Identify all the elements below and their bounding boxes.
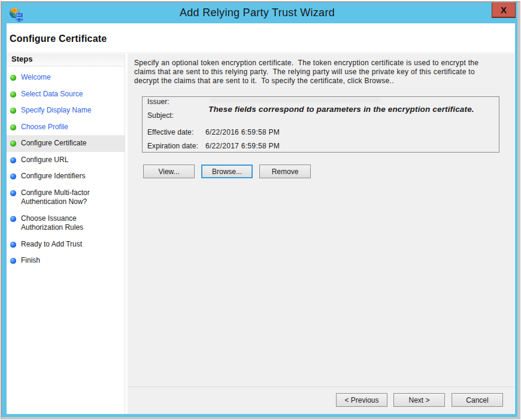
cert-field-expiration-date: Expiration date: 6/22/2017 6:59:58 PM <box>147 142 198 150</box>
wizard-window: Add Relying Party Trust Wizard X Configu… <box>1 1 520 419</box>
step-label: Ready to Add Trust <box>21 240 82 248</box>
remove-button[interactable]: Remove <box>259 165 311 178</box>
content-area: Specify an optional token encryption cer… <box>128 54 514 414</box>
next-button[interactable]: Next > <box>393 393 445 407</box>
step-item[interactable]: Configure URL <box>7 152 125 169</box>
previous-button[interactable]: < Previous <box>336 393 387 407</box>
step-bullet-icon <box>10 124 16 130</box>
titlebar[interactable]: Add Relying Party Trust Wizard X <box>2 2 517 23</box>
certificate-box: Issuer: Subject: Effective date: 6/22/20… <box>142 96 499 153</box>
step-item[interactable]: Select Data Source <box>7 86 125 103</box>
description: Specify an optional token encryption cer… <box>134 59 478 86</box>
close-button[interactable]: X <box>492 2 516 18</box>
step-label: Select Data Source <box>21 90 83 98</box>
page-header: Configure Certificate <box>7 23 515 53</box>
description-line: claims that are sent to this relying par… <box>134 68 478 77</box>
steps-title: Steps <box>7 54 125 66</box>
body-area: Steps Welcome Select Data Source Specify… <box>7 54 515 414</box>
description-line: Specify an optional token encryption cer… <box>134 59 478 68</box>
step-label: Configure Multi-factor Authentication No… <box>21 188 90 206</box>
step-item[interactable]: Finish <box>7 252 125 269</box>
description-line: decrypt the claims that are sent to it. … <box>134 77 478 86</box>
view-button[interactable]: View... <box>143 165 195 178</box>
step-item[interactable]: Configure Multi-factor Authentication No… <box>7 185 125 211</box>
cert-field-label: Expiration date: <box>147 142 198 150</box>
steps-list: Welcome Select Data Source Specify Displ… <box>7 69 125 269</box>
cert-field-label: Issuer: <box>147 98 169 106</box>
cancel-button[interactable]: Cancel <box>452 393 503 407</box>
step-bullet-icon <box>10 216 16 222</box>
step-label: Configure Certificate <box>21 139 86 147</box>
annotation-text: These fields correspond to parameters in… <box>208 105 505 114</box>
step-bullet-icon <box>10 258 16 264</box>
step-bullet-icon <box>10 141 16 147</box>
cert-field-subject: Subject: <box>147 111 174 120</box>
window-title: Add Relying Party Trust Wizard <box>2 7 513 19</box>
cert-field-label: Effective date: <box>147 128 193 136</box>
wizard-panel: Configure Certificate Steps Welcome Sele… <box>7 23 515 414</box>
step-item[interactable]: Specify Display Name <box>7 102 125 119</box>
step-bullet-icon <box>10 157 16 163</box>
step-bullet-icon <box>10 75 16 81</box>
step-bullet-icon <box>10 190 16 196</box>
step-item[interactable]: Choose Profile <box>7 119 125 136</box>
step-bullet-icon <box>10 174 16 179</box>
step-item[interactable]: Welcome <box>7 69 125 86</box>
cert-field-issuer: Issuer: <box>147 98 169 106</box>
step-label: Finish <box>21 256 40 264</box>
step-bullet-icon <box>10 92 16 98</box>
screenshot-root: { "window": { "title": "Add Relying Part… <box>0 0 521 420</box>
step-label: Welcome <box>21 73 51 81</box>
steps-sidebar: Steps Welcome Select Data Source Specify… <box>7 54 125 414</box>
step-label: Choose Issuance Authorization Rules <box>21 214 83 232</box>
cert-field-effective-date: Effective date: 6/22/2016 6:59:58 PM <box>147 128 193 136</box>
step-item[interactable]: Choose Issuance Authorization Rules <box>7 211 125 236</box>
step-label: Configure Identifiers <box>21 172 85 180</box>
browse-button[interactable]: Browse... <box>201 165 253 178</box>
step-item[interactable]: Configure Certificate <box>7 135 125 152</box>
step-label: Specify Display Name <box>21 106 91 114</box>
redacted-issuer-value <box>210 98 380 102</box>
step-bullet-icon <box>10 242 16 248</box>
step-item[interactable]: Ready to Add Trust <box>7 236 125 253</box>
cert-field-value: 6/22/2017 6:59:58 PM <box>205 142 280 150</box>
cert-field-label: Subject: <box>147 111 174 120</box>
footer-separator <box>128 386 514 387</box>
step-label: Choose Profile <box>21 123 68 131</box>
cert-field-value: 6/22/2016 6:59:58 PM <box>205 128 280 136</box>
step-label: Configure URL <box>21 156 68 164</box>
step-bullet-icon <box>10 108 16 114</box>
step-item[interactable]: Configure Identifiers <box>7 168 125 185</box>
page-title: Configure Certificate <box>10 34 107 44</box>
